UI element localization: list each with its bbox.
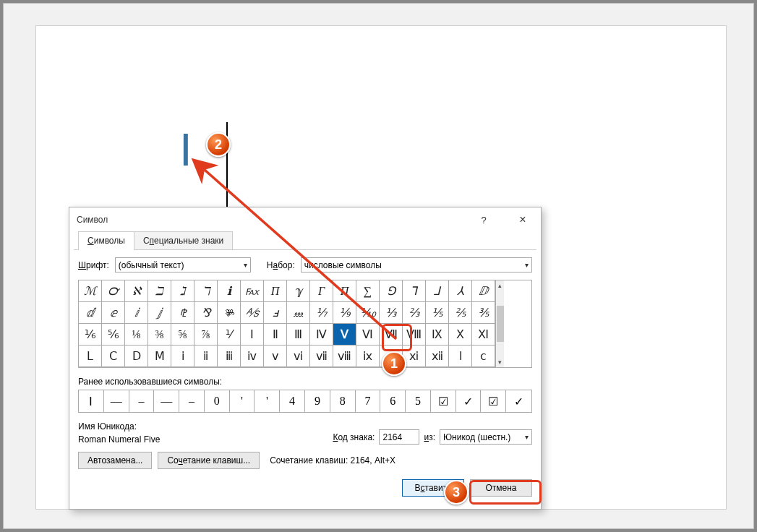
- recent-symbol-cell[interactable]: 6: [380, 390, 406, 412]
- font-select[interactable]: (обычный текст) ▾: [115, 257, 251, 273]
- symbol-cell[interactable]: ⅌: [218, 302, 241, 324]
- tab-special-chars[interactable]: Специальные знаки: [134, 231, 233, 250]
- symbol-cell[interactable]: ⅴ: [264, 346, 287, 367]
- symbol-cell[interactable]: ℵ: [125, 280, 148, 302]
- symbol-cell[interactable]: Ⅲ: [287, 324, 310, 346]
- symbol-cell[interactable]: ⅟: [218, 324, 241, 346]
- symbol-cell[interactable]: Ⅵ: [356, 324, 380, 346]
- symbol-cell[interactable]: Ⅶ: [380, 324, 403, 346]
- recent-symbol-cell[interactable]: ☑: [481, 390, 506, 412]
- grid-scrollbar[interactable]: ▴▾: [495, 280, 504, 367]
- symbol-cell[interactable]: ⅙: [79, 324, 102, 346]
- close-button[interactable]: ×: [512, 213, 534, 226]
- recent-symbol-cell[interactable]: ☑: [431, 390, 456, 412]
- symbol-cell[interactable]: ⅶ: [310, 346, 333, 367]
- symbol-cell[interactable]: Γ: [310, 280, 333, 302]
- recent-symbol-cell[interactable]: ✓: [506, 390, 531, 412]
- symbol-cell[interactable]: ⅒: [356, 302, 380, 324]
- help-button[interactable]: ?: [473, 215, 495, 226]
- symbol-cell[interactable]: ℳ: [79, 280, 102, 302]
- recent-symbol-cell[interactable]: —: [154, 390, 179, 412]
- symbol-cell[interactable]: Π: [264, 280, 287, 302]
- symbol-cell[interactable]: ℶ: [148, 280, 171, 302]
- symbol-cell[interactable]: ⅇ: [102, 302, 125, 324]
- symbol-cell[interactable]: ⅈ: [125, 302, 148, 324]
- symbol-cell[interactable]: ⅍: [241, 302, 264, 324]
- symbol-cell[interactable]: ⅅ: [472, 280, 495, 302]
- shortcut-button[interactable]: Сочетание клавиш...: [158, 452, 260, 469]
- symbol-cell[interactable]: Ⅳ: [310, 324, 333, 346]
- symbol-cell[interactable]: ∑: [356, 280, 380, 302]
- symbol-cell[interactable]: ⅗: [472, 302, 495, 324]
- symbol-cell[interactable]: ⅑: [333, 302, 356, 324]
- symbol-cell[interactable]: ⅛: [125, 324, 148, 346]
- from-select[interactable]: Юникод (шестн.) ▾: [440, 429, 532, 445]
- recent-symbol-cell[interactable]: ―: [104, 390, 129, 412]
- symbol-cell[interactable]: ℷ: [171, 280, 194, 302]
- recent-symbol-cell[interactable]: 8: [330, 390, 356, 412]
- symbol-cell[interactable]: ⅂: [403, 280, 426, 302]
- symbol-cell[interactable]: ℺: [102, 280, 125, 302]
- symbol-cell[interactable]: ⅔: [403, 302, 426, 324]
- recent-symbol-cell[interactable]: 9: [305, 390, 330, 412]
- symbol-cell[interactable]: ℸ: [194, 280, 218, 302]
- recent-symbol-cell[interactable]: –: [179, 390, 205, 412]
- recent-symbol-cell[interactable]: 4: [280, 390, 305, 412]
- symbol-cell[interactable]: ⅱ: [194, 346, 218, 367]
- symbol-cell[interactable]: ℻: [241, 280, 264, 302]
- symbol-cell[interactable]: ⅝: [171, 324, 194, 346]
- tab-symbols[interactable]: Символы: [78, 231, 134, 250]
- recent-symbol-cell[interactable]: –: [129, 390, 155, 412]
- recent-symbol-cell[interactable]: ': [255, 390, 280, 412]
- symbol-cell[interactable]: Ⅹ: [449, 324, 472, 346]
- symbol-cell[interactable]: ⅋: [194, 302, 218, 324]
- symbol-cell[interactable]: Ⅾ: [125, 346, 148, 367]
- symbol-cell[interactable]: ℽ: [287, 280, 310, 302]
- symbol-cell[interactable]: ⅵ: [287, 346, 310, 367]
- symbol-cell[interactable]: ⅽ: [472, 346, 495, 367]
- symbol-cell[interactable]: ⅲ: [218, 346, 241, 367]
- symbol-cell[interactable]: Ⅷ: [403, 324, 426, 346]
- symbol-cell[interactable]: Ⅽ: [102, 346, 125, 367]
- symbol-cell[interactable]: Ⅸ: [426, 324, 449, 346]
- cancel-button[interactable]: Отмена: [470, 479, 532, 497]
- symbol-cell[interactable]: ⅕: [426, 302, 449, 324]
- symbol-cell[interactable]: ⅉ: [148, 302, 171, 324]
- autoreplace-button[interactable]: Автозамена...: [78, 452, 152, 469]
- recent-symbol-cell[interactable]: ✓: [456, 390, 482, 412]
- symbol-cell[interactable]: ⅆ: [79, 302, 102, 324]
- recent-symbol-cell[interactable]: ': [230, 390, 255, 412]
- symbol-cell[interactable]: ⅁: [380, 280, 403, 302]
- symbol-cell[interactable]: ⅎ: [264, 302, 287, 324]
- recent-symbol-cell[interactable]: 0: [205, 390, 230, 412]
- symbol-cell[interactable]: ⅐: [310, 302, 333, 324]
- symbol-cell[interactable]: Ⅴ: [333, 324, 356, 346]
- symbol-cell[interactable]: Ⅺ: [472, 324, 495, 346]
- symbol-cell[interactable]: Ⅿ: [148, 346, 171, 367]
- symbol-cell[interactable]: Ⅰ: [241, 324, 264, 346]
- symbol-cell[interactable]: ⅄: [449, 280, 472, 302]
- symbol-cell[interactable]: ⅜: [148, 324, 171, 346]
- symbol-cell[interactable]: ⅃: [426, 280, 449, 302]
- symbol-cell[interactable]: ⅰ: [171, 346, 194, 367]
- recent-symbol-cell[interactable]: 7: [356, 390, 381, 412]
- symbol-cell[interactable]: ⅼ: [449, 346, 472, 367]
- symbol-cell[interactable]: ⅚: [102, 324, 125, 346]
- recent-symbol-cell[interactable]: 5: [406, 390, 431, 412]
- symbol-cell[interactable]: ⅷ: [333, 346, 356, 367]
- symbol-cell[interactable]: ℹ: [218, 280, 241, 302]
- symbol-cell[interactable]: ⅸ: [356, 346, 380, 367]
- symbol-cell[interactable]: ⅖: [449, 302, 472, 324]
- symbol-cell[interactable]: ⅓: [380, 302, 403, 324]
- symbol-cell[interactable]: Π: [333, 280, 356, 302]
- symbol-cell[interactable]: ⅊: [171, 302, 194, 324]
- symbol-cell[interactable]: ⅻ: [426, 346, 449, 367]
- subset-select[interactable]: числовые символы ▾: [301, 257, 532, 273]
- recent-symbol-cell[interactable]: Ⅰ: [79, 390, 104, 412]
- code-input[interactable]: 2164: [379, 429, 419, 445]
- symbol-cell[interactable]: ⅏: [287, 302, 310, 324]
- symbol-cell[interactable]: ⅳ: [241, 346, 264, 367]
- symbol-cell[interactable]: Ⅼ: [79, 346, 102, 367]
- symbol-cell[interactable]: Ⅱ: [264, 324, 287, 346]
- symbol-cell[interactable]: ⅞: [194, 324, 218, 346]
